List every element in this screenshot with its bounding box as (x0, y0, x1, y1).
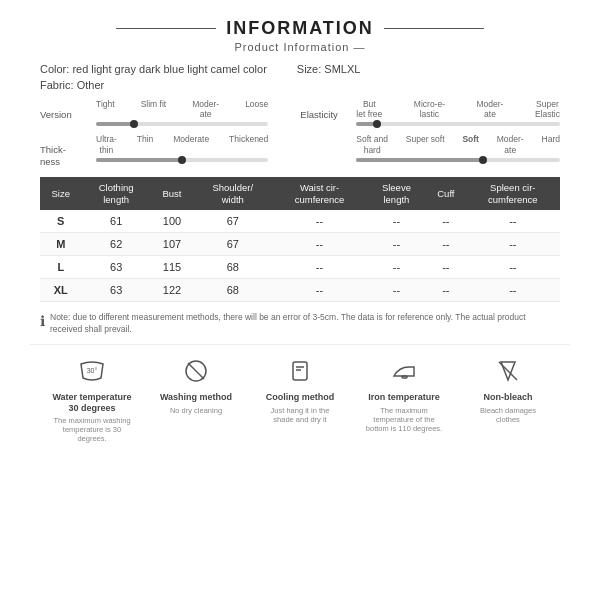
version-row: Version Tight Slim fit Moder-ate Loose E… (40, 99, 560, 126)
care-sublabel-cool: Just hang it in the shade and dry it (260, 406, 340, 424)
svg-text:30°: 30° (87, 367, 98, 374)
care-label-iron: Iron temperature (368, 392, 440, 403)
size-label: Size: SMLXL (297, 63, 361, 75)
care-icon-nobleach (490, 353, 526, 389)
version-label: Version (40, 99, 88, 120)
table-cell: 61 (82, 210, 151, 233)
softness-scale: Soft andhard Super soft Soft Moder-ate H… (356, 134, 560, 154)
header-subtitle: Product Information — (30, 41, 570, 53)
thickness-row: Thick-ness Ultra-thin Thin Moderate Thic… (40, 134, 560, 167)
thickness-scale: Ultra-thin Thin Moderate Thickened (96, 134, 268, 154)
info-section: Color: red light gray dark blue light ca… (30, 63, 570, 91)
table-row: XL6312268-------- (40, 278, 560, 301)
care-label-nobleach: Non-bleach (483, 392, 532, 403)
table-cell: 62 (82, 232, 151, 255)
note-text: Note: due to different measurement metho… (50, 312, 560, 336)
header-line-right (384, 28, 484, 29)
th-spleen: Spleen cir-cumference (466, 177, 560, 210)
table-cell: -- (466, 232, 560, 255)
table-cell: 67 (193, 210, 272, 233)
fabric-row: Fabric: Other (40, 79, 560, 91)
thickness-label: Thick-ness (40, 134, 88, 167)
care-sublabel-nodry: No dry cleaning (170, 406, 222, 415)
svg-rect-6 (402, 376, 407, 378)
v-tight: Tight (96, 99, 115, 119)
care-icon-cool (282, 353, 318, 389)
v-slim: Slim fit (141, 99, 167, 119)
table-cell: -- (426, 278, 465, 301)
care-label-nodry: Washing method (160, 392, 232, 403)
table-cell: -- (272, 232, 366, 255)
elasticity-thumb (373, 120, 381, 128)
table-cell: 100 (151, 210, 193, 233)
care-section: 30° Water temperature 30 degrees The max… (30, 344, 570, 444)
table-cell: -- (272, 278, 366, 301)
table-cell: -- (466, 278, 560, 301)
t-thick: Thickened (229, 134, 268, 154)
t-ultra: Ultra-thin (96, 134, 117, 154)
elasticity-slider-track (356, 122, 560, 126)
care-item-nobleach: Non-bleach Bleach damages clothes (468, 353, 548, 424)
care-item-nodry: Washing method No dry cleaning (156, 353, 236, 415)
care-icon-wash: 30° (74, 353, 110, 389)
note-section: ℹ Note: due to different measurement met… (30, 312, 570, 336)
table-cell: 122 (151, 278, 193, 301)
s-hard: Hard (542, 134, 560, 154)
t-mod: Moderate (173, 134, 209, 154)
s-mod: Moder-ate (497, 134, 524, 154)
v-loose: Loose (245, 99, 268, 119)
size-table-section: Size Clothinglength Bust Shoulder/width … (30, 177, 570, 302)
v-mod: Moder-ate (192, 99, 219, 119)
table-cell: -- (426, 232, 465, 255)
color-size-row: Color: red light gray dark blue light ca… (40, 63, 560, 75)
table-cell: -- (272, 255, 366, 278)
elasticity-track: Butlet free Micro-e-lastic Moder-ate Sup… (356, 99, 560, 126)
table-cell: -- (367, 232, 426, 255)
thickness-slider-track (96, 158, 268, 162)
softness-slider-track (356, 158, 560, 162)
care-icon-nodry (178, 353, 214, 389)
table-cell: -- (367, 278, 426, 301)
table-cell: M (40, 232, 82, 255)
header: INFORMATION Product Information — (30, 18, 570, 53)
softness-track: Soft andhard Super soft Soft Moder-ate H… (356, 134, 560, 161)
t-thin: Thin (137, 134, 154, 154)
th-cuff: Cuff (426, 177, 465, 210)
table-row: S6110067-------- (40, 210, 560, 233)
care-sublabel-wash: The maximum washing temperature is 30 de… (52, 416, 132, 443)
th-waist: Waist cir-cumference (272, 177, 366, 210)
table-row: L6311568-------- (40, 255, 560, 278)
care-sublabel-nobleach: Bleach damages clothes (468, 406, 548, 424)
table-cell: 68 (193, 278, 272, 301)
softness-thumb (479, 156, 487, 164)
table-cell: L (40, 255, 82, 278)
table-cell: S (40, 210, 82, 233)
s-softhard: Soft andhard (356, 134, 388, 154)
table-cell: -- (466, 210, 560, 233)
table-cell: 67 (193, 232, 272, 255)
table-cell: -- (272, 210, 366, 233)
thickness-fill (96, 158, 182, 162)
color-label: Color: red light gray dark blue light ca… (40, 63, 267, 75)
table-cell: -- (367, 255, 426, 278)
version-track: Tight Slim fit Moder-ate Loose (96, 99, 268, 126)
table-cell: 68 (193, 255, 272, 278)
version-fill (96, 122, 134, 126)
table-row: M6210767-------- (40, 232, 560, 255)
care-item-cool: Cooling method Just hang it in the shade… (260, 353, 340, 424)
care-label-wash: Water temperature 30 degrees (52, 392, 132, 414)
care-sublabel-iron: The maximum temperature of the bottom is… (364, 406, 444, 433)
elasticity-label: Elasticity (300, 99, 348, 120)
care-icon-iron (386, 353, 422, 389)
version-thumb (130, 120, 138, 128)
thickness-thumb (178, 156, 186, 164)
svg-rect-3 (293, 362, 307, 380)
sliders-section: Version Tight Slim fit Moder-ate Loose E… (30, 99, 570, 167)
s-supersoft: Super soft (406, 134, 445, 154)
table-cell: 63 (82, 255, 151, 278)
s-soft: Soft (462, 134, 479, 154)
size-table: Size Clothinglength Bust Shoulder/width … (40, 177, 560, 302)
table-cell: -- (426, 210, 465, 233)
header-line-left (116, 28, 216, 29)
th-shoulder: Shoulder/width (193, 177, 272, 210)
